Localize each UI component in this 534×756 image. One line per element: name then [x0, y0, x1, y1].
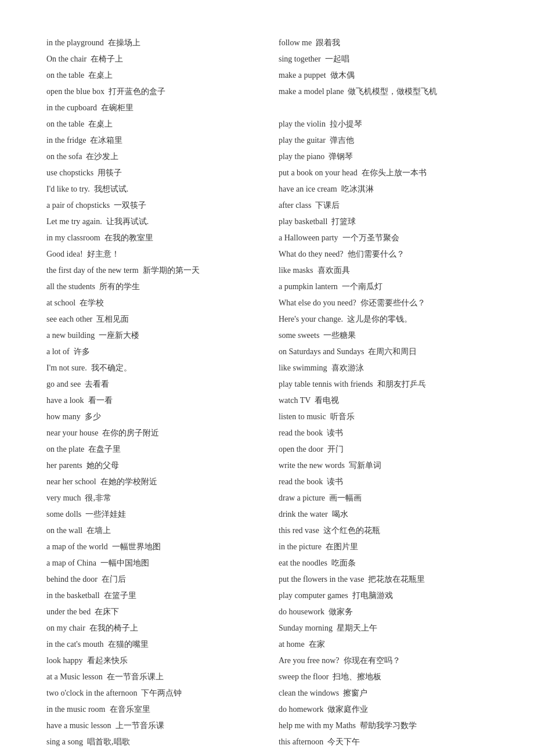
list-item: I'm not sure. 我不确定。: [46, 360, 255, 376]
phrase-chinese: 下课后: [315, 201, 340, 210]
phrase-chinese: 在周六和周日: [368, 347, 417, 356]
phrase-chinese: 他们需要什么？: [348, 250, 405, 258]
list-item: on the wall 在墙上: [46, 523, 255, 539]
list-item: sing together 一起唱: [279, 51, 488, 67]
phrase-english: two o'clock in the afternoon: [46, 689, 137, 697]
list-item: look happy 看起来快乐: [46, 653, 255, 669]
phrase-english: eat the noodles: [279, 559, 327, 567]
phrase-chinese: 一双筷子: [114, 201, 146, 210]
list-item: at school 在学校: [46, 295, 255, 311]
list-item: I'd like to try. 我想试试.: [46, 181, 255, 197]
list-item: after class 下课后: [279, 197, 488, 214]
list-item: sweep the floor 扫地、擦地板: [279, 669, 488, 685]
phrase-chinese: 上一节音乐课: [116, 721, 164, 730]
phrase-english: in the picture: [279, 542, 322, 551]
list-item: in my classroom 在我的教室里: [46, 230, 255, 246]
phrase-chinese: 在墙上: [86, 526, 111, 535]
phrase-english: at a Music lesson: [46, 672, 103, 681]
phrase-chinese: 许多: [74, 347, 90, 356]
phrase-chinese: 很,非常: [85, 494, 111, 502]
phrase-english: open the blue box: [46, 87, 104, 96]
list-item: at home 在家: [279, 636, 488, 653]
phrase-chinese: 和朋友打乒乓: [377, 380, 426, 388]
list-item: this afternoon 今天下午: [279, 734, 488, 750]
phrase-chinese: 在学校: [80, 298, 104, 307]
list-item: What else do you need? 你还需要些什么？: [279, 295, 488, 311]
phrase-chinese: 画一幅画: [329, 494, 362, 502]
phrase-chinese: 在家: [309, 640, 325, 649]
list-item: near your house 在你的房子附近: [46, 425, 255, 441]
list-item: a pumpkin lantern 一个南瓜灯: [279, 279, 488, 295]
phrase-english: a map of the world: [46, 542, 108, 551]
phrase-chinese: 在她的学校附近: [100, 477, 157, 486]
phrase-english: like swimming: [279, 363, 327, 372]
list-item: play the piano 弹钢琴: [279, 149, 488, 165]
phrase-english: a pumpkin lantern: [279, 282, 338, 291]
phrase-chinese: 喜欢面具: [317, 266, 350, 275]
list-item: eat the noodles 吃面条: [279, 555, 488, 571]
list-item: have a music lesson 上一节音乐课: [46, 718, 255, 734]
phrase-english: her parents: [46, 461, 82, 470]
phrase-english: Sunday morning: [279, 624, 333, 632]
phrase-chinese: 一幅中国地图: [100, 559, 149, 567]
phrase-english: in my classroom: [46, 233, 100, 242]
phrase-english: in the basketball: [46, 591, 100, 600]
phrase-chinese: 打电脑游戏: [352, 591, 393, 600]
list-item: some sweets 一些糖果: [279, 327, 488, 344]
phrase-chinese: 在床下: [95, 607, 119, 616]
list-item: on the sofa 在沙发上: [46, 149, 255, 165]
phrase-english: put a book on your head: [279, 168, 358, 177]
list-item: a map of China 一幅中国地图: [46, 555, 255, 571]
phrase-english: I'd like to try.: [46, 185, 90, 193]
phrase-english: follow me: [279, 38, 312, 47]
list-item: follow me 跟着我: [279, 35, 488, 51]
right-column: follow me 跟着我sing together 一起唱make a pup…: [279, 35, 488, 750]
phrase-chinese: 喝水: [332, 510, 348, 519]
list-item: listen to music 听音乐: [279, 409, 488, 425]
phrase-english: make a puppet: [279, 71, 326, 80]
list-item: use chopsticks 用筷子: [46, 165, 255, 181]
list-item: near her school 在她的学校附近: [46, 474, 255, 490]
list-item: the first day of the new term 新学期的第一天: [46, 262, 255, 279]
list-item: like masks 喜欢面具: [279, 262, 488, 279]
phrase-chinese: 读书: [327, 429, 343, 437]
phrase-chinese: 她的父母: [86, 461, 119, 470]
phrase-english: do homework: [279, 705, 323, 714]
phrase-english: listen to music: [279, 412, 326, 421]
phrase-chinese: 擦窗户: [343, 689, 367, 697]
list-item: On the chair 在椅子上: [46, 51, 255, 67]
phrase-english: go and see: [46, 380, 81, 388]
phrase-chinese: 拉小提琴: [330, 120, 362, 128]
phrase-chinese: 在一节音乐课上: [107, 672, 164, 681]
phrase-chinese: 唱首歌,唱歌: [87, 737, 130, 746]
list-item: a pair of chopsticks 一双筷子: [46, 197, 255, 214]
phrase-chinese: 做飞机模型，做模型飞机: [348, 87, 437, 96]
phrase-english: I'm not sure.: [46, 363, 87, 372]
phrase-english: on Saturdays and Sundays: [279, 347, 364, 356]
list-item: in the basketball 在篮子里: [46, 588, 255, 604]
phrase-english: write the new words: [279, 461, 345, 470]
phrase-english: a lot of: [46, 347, 70, 356]
list-item: do homework 做家庭作业: [279, 701, 488, 718]
list-item: this red vase 这个红色的花瓶: [279, 523, 488, 539]
phrase-chinese: 弹吉他: [330, 136, 354, 145]
phrase-english: have a music lesson: [46, 721, 111, 730]
list-item: have a look 看一看: [46, 393, 255, 409]
list-item: sing a song 唱首歌,唱歌: [46, 734, 255, 750]
phrase-chinese: 互相见面: [96, 315, 129, 323]
phrase-chinese: 在猫的嘴里: [108, 640, 149, 649]
list-item: help me with my Maths 帮助我学习数学: [279, 718, 488, 734]
list-item: play basketball 打篮球: [279, 214, 488, 230]
list-item: play computer games 打电脑游戏: [279, 588, 488, 604]
phrase-chinese: 做家庭作业: [327, 705, 368, 714]
phrase-english: a map of China: [46, 559, 96, 567]
list-item: on the table 在桌上: [46, 116, 255, 132]
list-item: a lot of 许多: [46, 344, 255, 360]
list-item: read the book 读书: [279, 474, 488, 490]
phrase-english: on the table: [46, 120, 84, 128]
list-item: a Halloween party 一个万圣节聚会: [279, 230, 488, 246]
phrase-english: sing a song: [46, 737, 83, 746]
phrase-chinese: 听音乐: [330, 412, 355, 421]
list-item: [279, 100, 488, 116]
list-item: make a model plane 做飞机模型，做模型飞机: [279, 84, 488, 100]
